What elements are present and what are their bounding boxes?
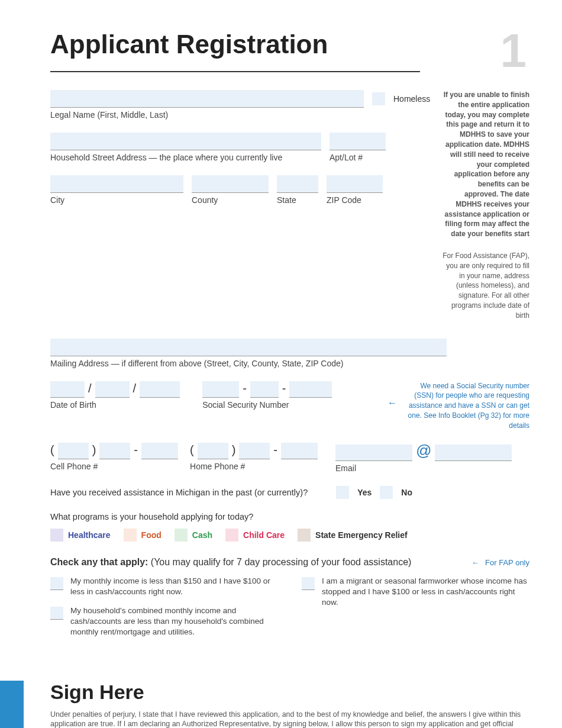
no-label: No [401,488,412,497]
apt-lot-field[interactable] [330,133,386,150]
childcare-checkbox[interactable] [225,529,238,542]
ssn-sep-2: - [282,382,286,398]
sign-here-title: Sign Here [50,681,529,704]
sidebar-note-save: If you are unable to finish the entire a… [442,90,529,239]
street-label: Household Street Address — the place whe… [50,153,321,162]
county-label: County [192,195,269,205]
state-label: State [277,195,318,205]
ser-label: State Emergency Relief [315,530,408,540]
program-ser[interactable]: State Emergency Relief [298,529,408,542]
cash-label: Cash [192,530,212,540]
mailing-address-field[interactable] [50,339,447,356]
email-user-field[interactable] [335,444,412,461]
fap-check-1-text: My monthly income is less than $150 and … [70,576,278,597]
email-label: Email [335,463,512,473]
check-apply-heading: Check any that apply: (You may qualify f… [50,557,411,568]
county-field[interactable] [192,175,269,193]
city-field[interactable] [50,175,183,193]
home-area-field[interactable] [198,443,228,459]
dob-mm-field[interactable] [50,381,85,398]
dob-dd-field[interactable] [95,381,130,398]
check-apply-bold: Check any that apply: [50,557,148,567]
arrow-left-icon: ← [387,397,397,410]
healthcare-checkbox[interactable] [50,529,63,542]
cell-mid-field[interactable] [99,443,130,459]
zip-label: ZIP Code [327,195,383,205]
dob-sep-1: / [88,382,92,398]
home-end-field[interactable] [281,443,318,459]
email-domain-field[interactable] [435,444,512,461]
sidebar-note-fap: For Food Assistance (FAP), you are only … [442,251,529,321]
cell-paren-close: ) [92,443,96,459]
at-symbol-icon: @ [416,442,431,460]
sidebar-ssn-text: We need a Social Security number (SSN) f… [408,382,529,430]
cell-dash: - [134,443,138,459]
fap-only-text: For FAP only [485,558,529,567]
sign-accent-bar [0,681,24,728]
cell-label: Cell Phone # [50,462,178,471]
homeless-label: Homeless [393,94,430,104]
no-checkbox[interactable] [380,486,393,499]
cash-checkbox[interactable] [175,529,188,542]
ssn-3-field[interactable] [289,381,332,398]
program-healthcare[interactable]: Healthcare [50,529,111,542]
page-title: Applicant Registration [50,30,529,59]
ser-checkbox[interactable] [298,529,311,542]
fap-only-note: ←For FAP only [471,558,529,567]
food-label: Food [141,530,162,540]
legal-name-field[interactable] [50,90,364,108]
dob-label: Date of Birth [50,400,180,410]
home-dash: - [273,443,277,459]
cell-end-field[interactable] [141,443,178,459]
program-childcare[interactable]: Child Care [225,529,285,542]
cell-paren-open: ( [50,443,54,459]
title-rule [50,71,420,72]
page-number: 1 [500,24,527,78]
homeless-checkbox[interactable] [372,92,385,105]
childcare-label: Child Care [243,530,285,540]
home-paren-close: ) [232,443,236,459]
dob-yyyy-field[interactable] [140,381,180,398]
home-label: Home Phone # [190,462,318,471]
fap-check-3-text: I am a migrant or seasonal farmworker wh… [322,576,529,608]
sign-legal-text: Under penalties of perjury, I state that… [50,710,529,728]
mailing-label: Mailing Address — if different from abov… [50,359,447,368]
ssn-label: Social Security Number [202,400,332,410]
fap-check-2-text: My household's combined monthly income a… [70,605,278,638]
programs-question: What programs is your household applying… [50,512,529,521]
fap-check-2[interactable] [50,607,63,620]
home-paren-open: ( [190,443,194,459]
home-mid-field[interactable] [239,443,270,459]
apt-lot-label: Apt/Lot # [330,153,386,162]
food-checkbox[interactable] [124,529,137,542]
healthcare-label: Healthcare [68,530,111,540]
dob-sep-2: / [133,382,137,398]
ssn-2-field[interactable] [250,381,279,398]
zip-field[interactable] [327,175,383,193]
ssn-1-field[interactable] [202,381,239,398]
legal-name-label: Legal Name (First, Middle, Last) [50,110,430,120]
fap-check-3[interactable] [302,577,315,590]
city-label: City [50,195,183,205]
ssn-sep-1: - [243,382,247,398]
past-assistance-question: Have you received assistance in Michigan… [50,488,308,497]
program-food[interactable]: Food [124,529,162,542]
arrow-left-icon-2: ← [471,558,479,567]
yes-checkbox[interactable] [336,486,349,499]
yes-label: Yes [357,488,372,497]
sidebar-ssn-note: ← We need a Social Security number (SSN)… [399,381,529,431]
street-address-field[interactable] [50,133,321,150]
state-field[interactable] [277,175,318,193]
program-cash[interactable]: Cash [175,529,212,542]
fap-check-1[interactable] [50,577,63,590]
cell-area-field[interactable] [58,443,89,459]
check-apply-rest: (You may qualify for 7 day processing of… [148,557,411,567]
